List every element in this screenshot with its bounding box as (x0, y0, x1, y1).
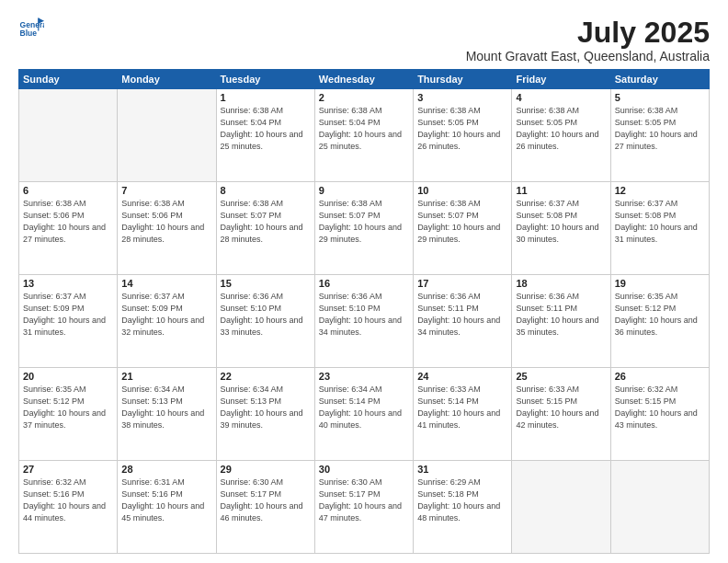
calendar-cell: 27Sunrise: 6:32 AM Sunset: 5:16 PM Dayli… (19, 461, 118, 554)
weekday-header-monday: Monday (118, 70, 216, 89)
weekday-header-tuesday: Tuesday (216, 70, 314, 89)
logo: General Blue (18, 17, 44, 42)
day-number: 1 (221, 92, 311, 103)
calendar-cell: 15Sunrise: 6:36 AM Sunset: 5:10 PM Dayli… (216, 275, 314, 368)
calendar-cell: 20Sunrise: 6:35 AM Sunset: 5:12 PM Dayli… (19, 368, 118, 461)
calendar-cell: 7Sunrise: 6:38 AM Sunset: 5:06 PM Daylig… (118, 182, 216, 275)
weekday-header-thursday: Thursday (414, 70, 512, 89)
calendar-cell: 12Sunrise: 6:37 AM Sunset: 5:08 PM Dayli… (610, 182, 709, 275)
day-info: Sunrise: 6:37 AM Sunset: 5:09 PM Dayligh… (23, 291, 113, 339)
day-number: 16 (319, 278, 409, 289)
generalblue-logo-icon: General Blue (18, 17, 44, 42)
page: General Blue July 2025 Mount Gravatt Eas… (0, 0, 728, 563)
calendar-cell: 8Sunrise: 6:38 AM Sunset: 5:07 PM Daylig… (216, 182, 314, 275)
calendar-cell (118, 89, 216, 182)
weekday-header-wednesday: Wednesday (314, 70, 413, 89)
day-number: 9 (319, 185, 409, 196)
day-number: 27 (23, 464, 113, 475)
calendar-cell: 14Sunrise: 6:37 AM Sunset: 5:09 PM Dayli… (118, 275, 216, 368)
day-number: 29 (221, 464, 311, 475)
day-number: 7 (121, 185, 211, 196)
day-number: 6 (23, 185, 113, 196)
day-info: Sunrise: 6:32 AM Sunset: 5:16 PM Dayligh… (23, 477, 113, 524)
weekday-header-row: SundayMondayTuesdayWednesdayThursdayFrid… (19, 70, 710, 89)
calendar-cell: 3Sunrise: 6:38 AM Sunset: 5:05 PM Daylig… (414, 89, 512, 182)
week-row-2: 13Sunrise: 6:37 AM Sunset: 5:09 PM Dayli… (19, 275, 710, 368)
svg-text:Blue: Blue (20, 29, 38, 38)
month-title: July 2025 (466, 17, 710, 49)
weekday-header-sunday: Sunday (19, 70, 118, 89)
day-number: 2 (319, 92, 409, 103)
weekday-header-friday: Friday (512, 70, 610, 89)
calendar-cell: 30Sunrise: 6:30 AM Sunset: 5:17 PM Dayli… (314, 461, 413, 554)
day-info: Sunrise: 6:38 AM Sunset: 5:04 PM Dayligh… (319, 105, 409, 153)
calendar-cell: 21Sunrise: 6:34 AM Sunset: 5:13 PM Dayli… (118, 368, 216, 461)
day-info: Sunrise: 6:38 AM Sunset: 5:07 PM Dayligh… (221, 198, 311, 246)
day-number: 4 (516, 92, 606, 103)
day-info: Sunrise: 6:38 AM Sunset: 5:05 PM Dayligh… (516, 105, 606, 153)
day-number: 26 (615, 371, 705, 382)
day-info: Sunrise: 6:38 AM Sunset: 5:05 PM Dayligh… (417, 105, 507, 153)
calendar-cell: 17Sunrise: 6:36 AM Sunset: 5:11 PM Dayli… (414, 275, 512, 368)
day-number: 11 (516, 185, 606, 196)
calendar-cell: 9Sunrise: 6:38 AM Sunset: 5:07 PM Daylig… (314, 182, 413, 275)
day-number: 23 (319, 371, 409, 382)
calendar-cell (512, 461, 610, 554)
day-info: Sunrise: 6:36 AM Sunset: 5:10 PM Dayligh… (221, 291, 311, 339)
day-info: Sunrise: 6:34 AM Sunset: 5:13 PM Dayligh… (221, 384, 311, 431)
calendar-cell: 2Sunrise: 6:38 AM Sunset: 5:04 PM Daylig… (314, 89, 413, 182)
location-title: Mount Gravatt East, Queensland, Australi… (466, 49, 710, 63)
day-number: 28 (121, 464, 211, 475)
day-number: 12 (615, 185, 705, 196)
day-info: Sunrise: 6:36 AM Sunset: 5:11 PM Dayligh… (516, 291, 606, 339)
day-number: 19 (615, 278, 705, 289)
day-number: 15 (221, 278, 311, 289)
day-number: 30 (319, 464, 409, 475)
day-number: 18 (516, 278, 606, 289)
day-info: Sunrise: 6:35 AM Sunset: 5:12 PM Dayligh… (23, 384, 113, 431)
calendar-cell: 31Sunrise: 6:29 AM Sunset: 5:18 PM Dayli… (414, 461, 512, 554)
day-info: Sunrise: 6:37 AM Sunset: 5:08 PM Dayligh… (615, 198, 705, 246)
day-info: Sunrise: 6:32 AM Sunset: 5:15 PM Dayligh… (615, 384, 705, 431)
day-number: 13 (23, 278, 113, 289)
calendar-cell: 4Sunrise: 6:38 AM Sunset: 5:05 PM Daylig… (512, 89, 610, 182)
day-info: Sunrise: 6:37 AM Sunset: 5:09 PM Dayligh… (121, 291, 211, 339)
calendar-cell: 19Sunrise: 6:35 AM Sunset: 5:12 PM Dayli… (610, 275, 709, 368)
day-number: 25 (516, 371, 606, 382)
day-number: 31 (417, 464, 507, 475)
day-info: Sunrise: 6:38 AM Sunset: 5:04 PM Dayligh… (221, 105, 311, 153)
day-info: Sunrise: 6:30 AM Sunset: 5:17 PM Dayligh… (319, 477, 409, 524)
day-info: Sunrise: 6:38 AM Sunset: 5:06 PM Dayligh… (121, 198, 211, 246)
calendar-cell: 29Sunrise: 6:30 AM Sunset: 5:17 PM Dayli… (216, 461, 314, 554)
day-number: 5 (615, 92, 705, 103)
day-info: Sunrise: 6:34 AM Sunset: 5:14 PM Dayligh… (319, 384, 409, 431)
calendar-cell: 28Sunrise: 6:31 AM Sunset: 5:16 PM Dayli… (118, 461, 216, 554)
day-info: Sunrise: 6:37 AM Sunset: 5:08 PM Dayligh… (516, 198, 606, 246)
weekday-header-saturday: Saturday (610, 70, 709, 89)
calendar-cell: 24Sunrise: 6:33 AM Sunset: 5:14 PM Dayli… (414, 368, 512, 461)
calendar-cell: 23Sunrise: 6:34 AM Sunset: 5:14 PM Dayli… (314, 368, 413, 461)
calendar-cell: 18Sunrise: 6:36 AM Sunset: 5:11 PM Dayli… (512, 275, 610, 368)
day-info: Sunrise: 6:33 AM Sunset: 5:15 PM Dayligh… (516, 384, 606, 431)
day-number: 10 (417, 185, 507, 196)
day-info: Sunrise: 6:31 AM Sunset: 5:16 PM Dayligh… (121, 477, 211, 524)
day-number: 24 (417, 371, 507, 382)
day-number: 3 (417, 92, 507, 103)
day-number: 14 (121, 278, 211, 289)
calendar-cell: 5Sunrise: 6:38 AM Sunset: 5:05 PM Daylig… (610, 89, 709, 182)
week-row-3: 20Sunrise: 6:35 AM Sunset: 5:12 PM Dayli… (19, 368, 710, 461)
day-info: Sunrise: 6:38 AM Sunset: 5:07 PM Dayligh… (319, 198, 409, 246)
day-info: Sunrise: 6:38 AM Sunset: 5:06 PM Dayligh… (23, 198, 113, 246)
day-info: Sunrise: 6:38 AM Sunset: 5:07 PM Dayligh… (417, 198, 507, 246)
day-info: Sunrise: 6:33 AM Sunset: 5:14 PM Dayligh… (417, 384, 507, 431)
day-info: Sunrise: 6:38 AM Sunset: 5:05 PM Dayligh… (615, 105, 705, 153)
day-info: Sunrise: 6:36 AM Sunset: 5:11 PM Dayligh… (417, 291, 507, 339)
day-info: Sunrise: 6:29 AM Sunset: 5:18 PM Dayligh… (417, 477, 507, 524)
week-row-4: 27Sunrise: 6:32 AM Sunset: 5:16 PM Dayli… (19, 461, 710, 554)
calendar-cell: 26Sunrise: 6:32 AM Sunset: 5:15 PM Dayli… (610, 368, 709, 461)
calendar-cell: 10Sunrise: 6:38 AM Sunset: 5:07 PM Dayli… (414, 182, 512, 275)
day-info: Sunrise: 6:35 AM Sunset: 5:12 PM Dayligh… (615, 291, 705, 339)
calendar-cell: 6Sunrise: 6:38 AM Sunset: 5:06 PM Daylig… (19, 182, 118, 275)
calendar-cell: 16Sunrise: 6:36 AM Sunset: 5:10 PM Dayli… (314, 275, 413, 368)
title-block: July 2025 Mount Gravatt East, Queensland… (466, 17, 710, 63)
